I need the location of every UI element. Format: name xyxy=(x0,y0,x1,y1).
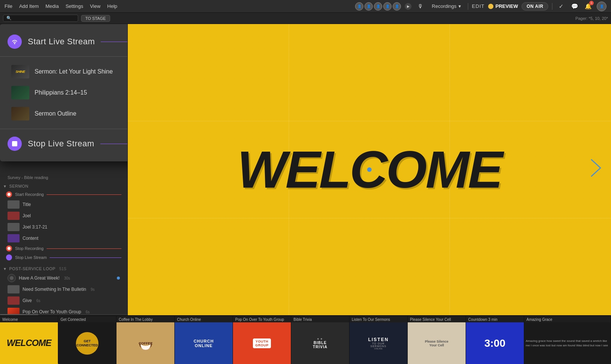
chat-icon[interactable]: 💬 xyxy=(570,2,579,11)
popup-overlay: Start Live Stream SHINE Sermon: Let Your… xyxy=(0,24,128,161)
menu-help[interactable]: Help xyxy=(107,3,117,9)
survey-item[interactable]: Survey - Bible reading xyxy=(0,174,127,181)
menu-file[interactable]: File xyxy=(5,3,12,9)
stop-stream-line xyxy=(100,144,128,144)
thumb-silence[interactable]: Please Silence Your Cell Please Silence … xyxy=(408,316,466,364)
scroll-indicator xyxy=(0,314,127,315)
playlist-item-sermon[interactable]: SHINE Sermon: Let Your Light Shine xyxy=(0,61,128,82)
joel-item[interactable]: Joel xyxy=(0,210,127,221)
content-thumb xyxy=(8,234,20,242)
sermon-header[interactable]: ▼ Sermon xyxy=(0,182,127,190)
avatar-4: 👤 xyxy=(383,2,392,11)
start-recording-label: Start Recording xyxy=(15,192,44,197)
thumb-bible-image: ✦✦ BIBLE TRIVIA xyxy=(291,322,349,364)
scroll-thumb xyxy=(0,314,38,315)
menu-items: File Add Item Media Settings View Help xyxy=(5,3,355,9)
thumb-welcome[interactable]: Welcome WELCOME xyxy=(0,316,58,364)
thumb-coffee-image: COFFEE xyxy=(116,322,174,364)
menu-settings[interactable]: Settings xyxy=(65,3,83,9)
start-stream-line xyxy=(101,42,128,42)
thumb-connected-label: Get Connected xyxy=(58,316,116,322)
mic-icon[interactable]: 🎙 xyxy=(415,2,425,11)
stop-record-dot xyxy=(6,245,12,251)
edit-label[interactable]: EDIT xyxy=(472,3,485,9)
thumbnail-strip: Welcome WELCOME Get Connected GETCONNECT… xyxy=(0,315,611,364)
sermon-title-item[interactable]: Title xyxy=(0,199,127,210)
stop-record-line xyxy=(47,248,121,249)
stop-live-dot xyxy=(6,254,12,260)
divider-2 xyxy=(0,129,128,129)
post-service-section: ▼ POST-SERVICE LOOP 51s Have A Great Wee… xyxy=(0,263,127,315)
thumb-youth-image: YOUTH GROUP xyxy=(233,322,291,364)
stop-live-stream-row[interactable]: Stop Live Stream xyxy=(0,134,128,154)
post-service-header[interactable]: ▼ POST-SERVICE LOOP 51s xyxy=(0,265,127,272)
content-item[interactable]: Content xyxy=(0,233,127,244)
loop-duration-4: 6s xyxy=(86,310,90,314)
thumb-countdown-label: Countdown 3 min xyxy=(466,316,524,322)
post-service-triangle-icon: ▼ xyxy=(3,267,7,271)
thumb-countdown-image: 3:00 xyxy=(466,322,524,364)
need-something-item[interactable]: Need Something In The Bulletin 9s xyxy=(0,284,127,295)
stream-icon xyxy=(8,35,22,49)
main-layout: Start Live Stream SHINE Sermon: Let Your… xyxy=(0,24,611,315)
search-box[interactable]: 🔍 xyxy=(3,15,78,22)
give-thumb xyxy=(8,296,20,305)
sermon-title: Sermon: Let Your Light Shine xyxy=(35,68,113,75)
give-item[interactable]: Give 6s xyxy=(0,295,127,306)
stop-icon-inner xyxy=(12,141,17,146)
divider-1 xyxy=(0,56,128,57)
stop-recording-row[interactable]: Stop Recording xyxy=(0,244,127,253)
recordings-button[interactable]: Recordings ▾ xyxy=(429,2,464,10)
stop-live-label: Stop Live Stream xyxy=(15,255,47,260)
joel317-thumb xyxy=(8,223,20,231)
playlist-item-outline[interactable]: Sermon Outline xyxy=(0,103,128,124)
thumb-youth-label: Pop On Over To Youth Group xyxy=(233,316,291,322)
have-great-week-item[interactable]: Have A Great Week! 30s xyxy=(0,272,127,284)
sermon-section: ▼ Sermon Start Recording Title xyxy=(0,181,127,263)
svg-text:COFFEE: COFFEE xyxy=(138,341,152,345)
loop-duration-2: 9s xyxy=(91,287,95,292)
start-live-stream-label: Start Live Stream xyxy=(28,37,95,47)
thumb-coffee[interactable]: Coffee In The Lobby COFFEE xyxy=(116,316,175,364)
loop-duration-3: 6s xyxy=(36,299,41,303)
to-stage-button[interactable]: TO STAGE xyxy=(81,15,110,22)
thumb-youth-group[interactable]: Pop On Over To Youth Group YOUTH GROUP xyxy=(233,316,291,364)
thumb-bible-trivia[interactable]: Bible Trivia ✦✦ BIBLE TRIVIA xyxy=(291,316,349,364)
preview-button[interactable]: PREVIEW xyxy=(488,3,518,9)
user-avatar[interactable]: 👤 xyxy=(597,2,606,11)
stop-live-stream-panel-row[interactable]: Stop Live Stream xyxy=(0,253,127,262)
thumb-sermons-label: Listen To Our Sermons xyxy=(349,316,407,322)
menu-add-item[interactable]: Add Item xyxy=(19,3,39,9)
thumb-church-label: Church Online xyxy=(175,316,233,322)
menu-view[interactable]: View xyxy=(90,3,100,9)
playlist-item-philippians[interactable]: Philippians 2:14–15 xyxy=(0,82,128,103)
svg-point-0 xyxy=(14,43,15,44)
recordings-dropdown-icon: ▾ xyxy=(458,3,461,9)
start-live-stream-row[interactable]: Start Live Stream xyxy=(0,32,128,52)
avatar-row: 👤 👤 👤 👤 👤 xyxy=(355,2,401,11)
avatar-2: 👤 xyxy=(364,2,373,11)
stop-record-dot-inner xyxy=(8,247,11,250)
thumb-countdown[interactable]: Countdown 3 min 3:00 xyxy=(466,316,524,364)
joel317-item[interactable]: Joel 3:17-21 xyxy=(0,221,127,233)
check-icon[interactable]: ✓ xyxy=(556,2,566,11)
menu-media[interactable]: Media xyxy=(45,3,59,9)
thumb-church-online[interactable]: Church Online CHURCH ONLINE xyxy=(175,316,233,364)
record-dot-inner xyxy=(8,193,11,196)
thumb-amazing-grace[interactable]: Amazing Grace Amazing grace how sweet th… xyxy=(524,316,611,364)
thumb-welcome-image: WELCOME xyxy=(0,322,58,363)
start-recording-row[interactable]: Start Recording xyxy=(0,190,127,199)
thumb-sermons[interactable]: Listen To Our Sermons LISTEN TO OUR SERM… xyxy=(349,316,408,364)
menu-bar-right: 👤 👤 👤 👤 👤 ▶ 🎙 Recordings ▾ EDIT PREVIEW … xyxy=(355,2,606,11)
grid-h1 xyxy=(128,121,611,121)
notification-bell-icon[interactable]: 🔔 1 xyxy=(583,2,593,11)
next-slide-arrow[interactable] xyxy=(588,157,603,183)
thumb-get-connected[interactable]: Get Connected GETCONNECTED xyxy=(58,316,116,364)
play-button[interactable]: ▶ xyxy=(405,3,411,10)
need-thumb xyxy=(8,285,20,293)
center-preview: WELCOME xyxy=(128,24,611,315)
on-air-button[interactable]: ON AIR xyxy=(522,2,548,11)
second-toolbar: 🔍 TO STAGE Pager: *5, 10, 20* xyxy=(0,13,611,24)
thumb-outline xyxy=(11,107,29,120)
philippians-title: Philippians 2:14–15 xyxy=(35,89,87,96)
